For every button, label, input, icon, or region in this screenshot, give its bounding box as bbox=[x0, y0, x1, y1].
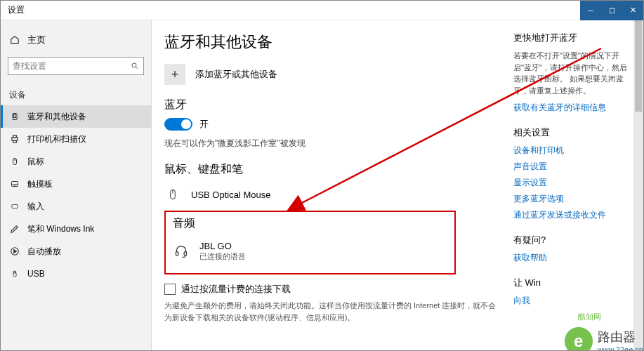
sidebar-item-touchpad[interactable]: 触摸板 bbox=[1, 173, 151, 195]
window-title: 设置 bbox=[1, 4, 25, 16]
titlebar: 设置 ─ ◻ ✕ bbox=[1, 1, 643, 20]
search-icon bbox=[126, 62, 143, 70]
aside-link-display[interactable]: 显示设置 bbox=[513, 177, 629, 189]
aside-better-head: 让 Win bbox=[513, 277, 629, 289]
keyboard-icon bbox=[9, 203, 20, 210]
mkp-heading: 鼠标、键盘和笔 bbox=[164, 162, 506, 177]
svg-rect-22 bbox=[176, 252, 178, 256]
bluetooth-heading: 蓝牙 bbox=[164, 98, 506, 112]
search-input[interactable] bbox=[8, 61, 126, 71]
sidebar-item-autoplay[interactable]: 自动播放 bbox=[1, 240, 151, 263]
aside-q-head: 有疑问? bbox=[513, 234, 629, 246]
aside-fast-head: 更快地打开蓝牙 bbox=[513, 32, 629, 44]
svg-rect-11 bbox=[12, 205, 18, 208]
sidebar-item-bluetooth[interactable]: 蓝牙和其他设备 bbox=[1, 105, 151, 128]
metered-label: 通过按流量计费的连接下载 bbox=[181, 283, 291, 296]
svg-rect-5 bbox=[13, 140, 17, 143]
svg-rect-4 bbox=[13, 135, 17, 138]
home-icon bbox=[9, 35, 20, 45]
sidebar-item-label: 输入 bbox=[27, 201, 44, 213]
device-sub: 已连接的语音 bbox=[199, 251, 246, 262]
scrollbar[interactable] bbox=[633, 20, 643, 350]
watermark-brand: 路由器 bbox=[598, 329, 636, 345]
sidebar-item-label: 笔和 Windows Ink bbox=[27, 223, 94, 235]
page-title: 蓝牙和其他设备 bbox=[164, 32, 506, 53]
aside: 更快地打开蓝牙 若要在不打开"设置"的情况下开启"蓝牙"，请打开操作中心，然后选… bbox=[513, 32, 629, 350]
svg-rect-3 bbox=[12, 138, 18, 141]
watermark-ku: 酷知网 bbox=[578, 312, 601, 322]
close-button[interactable]: ✕ bbox=[622, 1, 643, 20]
minimize-button[interactable]: ─ bbox=[580, 1, 601, 20]
aside-related-head: 相关设置 bbox=[513, 126, 629, 139]
sidebar-home-label: 主页 bbox=[27, 34, 46, 46]
sidebar-search[interactable] bbox=[8, 57, 144, 75]
mouse-icon bbox=[9, 157, 20, 166]
device-name: JBL GO bbox=[199, 241, 246, 251]
usb-icon bbox=[9, 269, 20, 279]
sidebar-item-label: 蓝牙和其他设备 bbox=[27, 111, 86, 123]
aside-link-devices-printers[interactable]: 设备和打印机 bbox=[513, 145, 629, 157]
sidebar-item-label: 触摸板 bbox=[27, 178, 53, 190]
sidebar-home[interactable]: 主页 bbox=[1, 27, 151, 53]
scrollbar-thumb[interactable] bbox=[635, 20, 642, 112]
sidebar: 主页 设备 蓝牙和其他设备 打印机和扫描仪 bbox=[1, 20, 152, 350]
headset-icon bbox=[173, 244, 190, 258]
audio-heading: 音频 bbox=[173, 216, 447, 231]
printer-icon bbox=[9, 134, 20, 144]
sidebar-item-label: 自动播放 bbox=[27, 246, 61, 258]
sidebar-item-printers[interactable]: 打印机和扫描仪 bbox=[1, 128, 151, 150]
aside-feedback-link[interactable]: 向我 bbox=[513, 295, 629, 307]
maximize-button[interactable]: ◻ bbox=[601, 1, 622, 20]
svg-rect-23 bbox=[184, 252, 186, 256]
device-mouse[interactable]: USB Optical Mouse bbox=[164, 183, 506, 206]
aside-link-sound[interactable]: 声音设置 bbox=[513, 161, 629, 173]
device-name: USB Optical Mouse bbox=[191, 190, 270, 200]
sidebar-item-label: 打印机和扫描仪 bbox=[27, 133, 86, 145]
sidebar-item-mouse[interactable]: 鼠标 bbox=[1, 150, 151, 173]
touchpad-icon bbox=[9, 180, 20, 188]
watermark: e 路由器 www.22ee.cn bbox=[563, 325, 643, 350]
svg-marker-17 bbox=[14, 250, 16, 253]
svg-rect-19 bbox=[13, 273, 16, 277]
mouse-device-icon bbox=[164, 187, 181, 202]
add-device-label: 添加蓝牙或其他设备 bbox=[195, 68, 277, 81]
svg-rect-2 bbox=[14, 114, 16, 118]
svg-point-0 bbox=[132, 63, 136, 67]
highlight-box: 音频 JBL GO 已连接的语音 bbox=[164, 211, 456, 274]
sidebar-group-label: 设备 bbox=[1, 82, 151, 105]
sidebar-item-typing[interactable]: 输入 bbox=[1, 195, 151, 218]
aside-bt-details-link[interactable]: 获取有关蓝牙的详细信息 bbox=[513, 102, 629, 114]
aside-get-help-link[interactable]: 获取帮助 bbox=[513, 252, 629, 264]
sidebar-item-usb[interactable]: USB bbox=[1, 263, 151, 285]
aside-fast-body: 若要在不打开"设置"的情况下开启"蓝牙"，请打开操作中心，然后选择蓝牙图标。 如… bbox=[513, 50, 629, 96]
sidebar-item-label: 鼠标 bbox=[27, 156, 44, 168]
metered-download-row[interactable]: 通过按流量计费的连接下载 bbox=[164, 283, 506, 296]
device-audio[interactable]: JBL GO 已连接的语音 bbox=[173, 237, 447, 266]
bluetooth-toggle-label: 开 bbox=[199, 118, 209, 131]
watermark-logo-icon: e bbox=[563, 325, 595, 350]
bluetooth-icon bbox=[9, 112, 20, 121]
metered-checkbox[interactable] bbox=[164, 284, 176, 295]
sidebar-item-pen[interactable]: 笔和 Windows Ink bbox=[1, 218, 151, 240]
bluetooth-toggle[interactable] bbox=[164, 118, 192, 131]
watermark-url: www.22ee.cn bbox=[598, 345, 643, 350]
plus-icon: + bbox=[164, 64, 185, 85]
pen-icon bbox=[9, 224, 20, 234]
autoplay-icon bbox=[9, 246, 20, 256]
aside-link-more-bt[interactable]: 更多蓝牙选项 bbox=[513, 193, 629, 205]
metered-help: 为避免产生额外的费用，请始终关闭此功能。这样当你使用按流量计费的 Interne… bbox=[164, 300, 501, 323]
add-device-row[interactable]: + 添加蓝牙或其他设备 bbox=[164, 64, 506, 85]
sidebar-item-label: USB bbox=[27, 269, 45, 279]
main-content: 蓝牙和其他设备 + 添加蓝牙或其他设备 蓝牙 开 现在可以作为"微夏浅影工作室"… bbox=[164, 32, 506, 350]
sidebar-nav: 蓝牙和其他设备 打印机和扫描仪 鼠标 触摸板 输入 bbox=[1, 105, 151, 285]
aside-link-bt-sendrecv[interactable]: 通过蓝牙发送或接收文件 bbox=[513, 209, 629, 221]
discoverable-text: 现在可以作为"微夏浅影工作室"被发现 bbox=[164, 138, 506, 150]
